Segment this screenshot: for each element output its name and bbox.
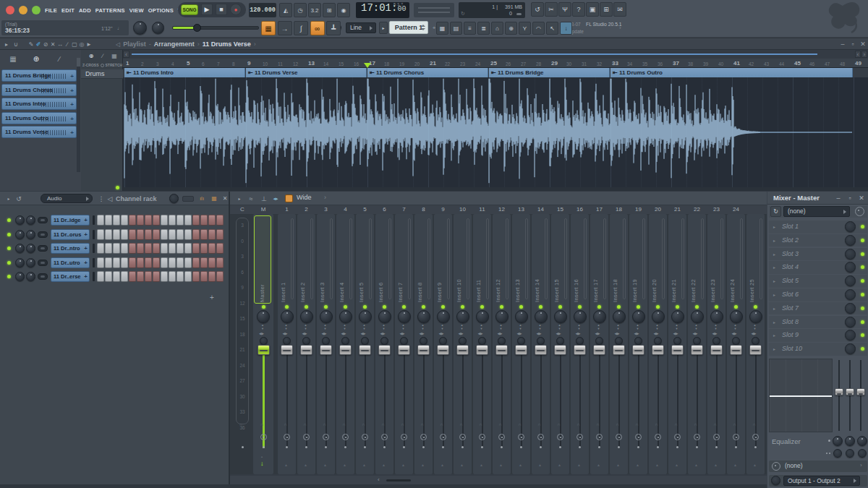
delete-tool-icon[interactable]: ⊘: [42, 40, 49, 48]
record-arm-icon[interactable]: [381, 434, 388, 440]
stereo-knob[interactable]: [556, 337, 564, 345]
step-cell[interactable]: [137, 243, 144, 254]
fader-handle[interactable]: [535, 345, 547, 355]
track-led[interactable]: [500, 305, 503, 309]
route-to-master-icon[interactable]: ▲: [362, 463, 366, 467]
fader-track[interactable]: [462, 347, 464, 448]
slot-enable-led[interactable]: [861, 239, 864, 242]
cut-icon[interactable]: ✂: [545, 2, 558, 17]
fader-track[interactable]: [638, 347, 639, 448]
mixer-track-master[interactable]: Master▲▼◀▶∩▵↓: [253, 214, 273, 474]
channel-rack-icon[interactable]: ≡: [464, 22, 476, 35]
select-dot[interactable]: [754, 446, 757, 448]
link-icon[interactable]: ∞: [310, 21, 325, 35]
mixer-track-insert-23[interactable]: Insert 23▲▼◀▶∩▲: [707, 214, 726, 474]
mixer-track-insert-4[interactable]: Insert 4▲▼◀▶∩▲: [336, 214, 354, 474]
record-button[interactable]: ●: [230, 4, 242, 15]
record-arm-icon[interactable]: [557, 434, 563, 440]
update-notification[interactable]: 28-07 FL Studio 20.5.1 Update ›: [567, 20, 625, 36]
stereo-knob[interactable]: [478, 337, 486, 345]
mixer-track-insert-6[interactable]: Insert 6▲▼◀▶∩▲: [375, 214, 393, 474]
select-dot[interactable]: [461, 446, 464, 448]
slot-enable-led[interactable]: [861, 320, 864, 324]
select-dot[interactable]: [559, 446, 561, 448]
sep-down-icon[interactable]: ▼: [539, 328, 542, 330]
rack-swing-knob[interactable]: [169, 194, 179, 203]
step-cell[interactable]: [145, 257, 152, 268]
step-cell[interactable]: [208, 257, 216, 268]
channel-led[interactable]: [7, 275, 11, 278]
step-cell[interactable]: [137, 271, 144, 282]
mixer-view-mode[interactable]: Wide: [297, 194, 312, 201]
route-to-master-icon[interactable]: ▲: [558, 463, 561, 467]
stereo-knob[interactable]: [537, 337, 545, 345]
step-cell[interactable]: [97, 257, 104, 268]
pan-arrows-icon[interactable]: ◀▶: [576, 332, 581, 335]
headphones-icon[interactable]: ∩: [577, 422, 580, 427]
step-cell[interactable]: [97, 243, 104, 254]
picker-item[interactable]: 11 Drums Outro+: [1, 112, 77, 124]
slot-enable-led[interactable]: [861, 265, 864, 269]
sep-down-icon[interactable]: ▼: [597, 328, 600, 330]
select-dot[interactable]: [540, 446, 542, 448]
channel-pan-knob[interactable]: [15, 215, 25, 225]
step-cell[interactable]: [105, 271, 112, 282]
stereo-knob[interactable]: [322, 337, 330, 345]
step-cell[interactable]: [169, 271, 176, 282]
breadcrumb-section[interactable]: Arrangement: [154, 40, 195, 48]
fader-track[interactable]: [658, 347, 659, 448]
eq-slider-handle[interactable]: [856, 388, 865, 395]
fader-handle[interactable]: [593, 345, 605, 355]
pan-arrows-icon[interactable]: ◀▶: [517, 332, 522, 335]
track-led[interactable]: [262, 305, 265, 309]
headphones-icon[interactable]: ∩: [714, 422, 717, 427]
mixer-slot-row[interactable]: ▸Slot 10: [769, 343, 867, 356]
window-minimize-light[interactable]: [19, 6, 27, 14]
step-cell[interactable]: [121, 257, 128, 268]
channel-led[interactable]: [7, 233, 11, 236]
fader-track[interactable]: [345, 347, 346, 448]
select-dot[interactable]: [305, 446, 307, 448]
stereo-knob[interactable]: [595, 337, 603, 345]
step-cell[interactable]: [121, 271, 128, 282]
step-cell[interactable]: [137, 229, 144, 240]
menu-item-edit[interactable]: EDIT: [61, 7, 75, 14]
mic-record-icon[interactable]: Ψ: [558, 2, 571, 17]
mixer-track-insert-25[interactable]: Insert 25▲▼◀▶∩▲: [746, 214, 765, 474]
track-pan-knob[interactable]: [398, 310, 411, 323]
step-cell[interactable]: [153, 229, 160, 240]
select-dot[interactable]: [715, 446, 718, 448]
channel-button[interactable]: 11 Dr..orus+: [51, 229, 90, 240]
channel-pan-knob[interactable]: [15, 230, 25, 239]
record-arm-icon[interactable]: [694, 434, 700, 440]
slip-tool-icon[interactable]: ↔: [56, 40, 64, 48]
step-cell[interactable]: [105, 229, 112, 240]
fader-track[interactable]: [521, 347, 522, 448]
fader-track[interactable]: [384, 347, 386, 448]
track-led[interactable]: [402, 305, 406, 309]
slot-mix-knob[interactable]: [845, 343, 856, 354]
step-cell[interactable]: [153, 215, 160, 226]
eq-graph[interactable]: [769, 359, 833, 432]
pan-arrows-icon[interactable]: ◀▶: [732, 332, 737, 335]
track-pan-knob[interactable]: [749, 310, 762, 323]
track-pan-knob[interactable]: [691, 310, 704, 323]
pattern-selector[interactable]: Pattern 1: [389, 21, 428, 34]
select-dot[interactable]: [422, 446, 425, 448]
route-to-master-icon[interactable]: ▲: [382, 463, 386, 467]
mixer-track-insert-12[interactable]: Insert 12▲▼◀▶∩▲: [493, 214, 511, 474]
rack-preview-icon[interactable]: ◁: [106, 194, 114, 203]
slot-enable-led[interactable]: [861, 333, 864, 337]
record-arm-icon[interactable]: [635, 434, 642, 440]
rack-undo-icon[interactable]: ↺: [14, 194, 23, 203]
sep-down-icon[interactable]: ▼: [363, 328, 366, 330]
rack-options-icon[interactable]: ⋮: [97, 194, 106, 203]
track-led[interactable]: [305, 305, 308, 309]
channel-led[interactable]: [7, 247, 11, 250]
fader-handle[interactable]: [437, 345, 449, 355]
sep-down-icon[interactable]: ▼: [734, 328, 737, 330]
step-cell[interactable]: [129, 257, 136, 268]
stereo-knob[interactable]: [439, 337, 447, 345]
mixer-slot-row[interactable]: ▸Slot 2: [769, 234, 867, 247]
step-cell[interactable]: [184, 271, 192, 282]
